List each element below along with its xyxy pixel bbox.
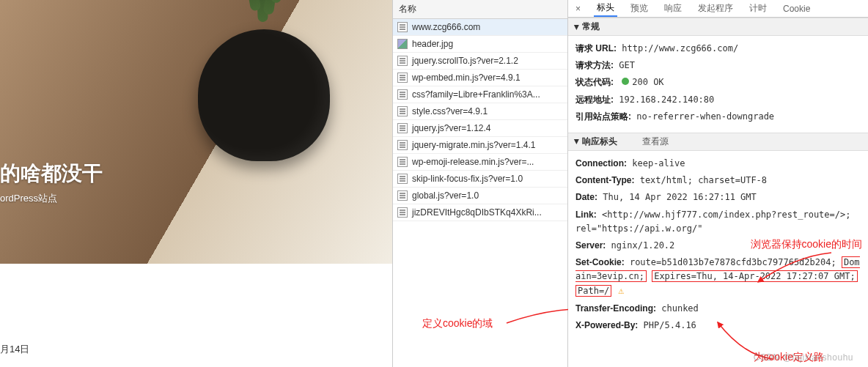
- doc-icon: [397, 174, 408, 184]
- doc-icon: [397, 56, 408, 66]
- name-item[interactable]: jquery.js?ver=1.12.4: [393, 120, 567, 137]
- date-value: Thu, 14 Apr 2022 16:27:11 GMT: [603, 192, 757, 202]
- doc-icon: [397, 157, 408, 167]
- cookie-path-box: Path=/: [575, 285, 611, 297]
- name-item[interactable]: www.zcg666.com: [393, 19, 567, 36]
- name-item-label: skip-link-focus-fix.js?ver=1.0: [412, 174, 523, 184]
- server-label: Server:: [575, 240, 606, 251]
- name-item-label: wp-embed.min.js?ver=4.9.1: [412, 73, 521, 83]
- doc-icon: [397, 106, 408, 116]
- name-item-label: jquery-migrate.min.js?ver=1.4.1: [412, 140, 535, 150]
- general-section-header[interactable]: ▶ 常规: [568, 18, 868, 36]
- view-source-link[interactable]: 查看源: [642, 136, 669, 148]
- doc-icon: [397, 207, 408, 218]
- x-powered-by-label: X-Powered-By:: [575, 320, 638, 330]
- status-code-label: 状态代码:: [575, 77, 614, 87]
- tab-cookies[interactable]: Cookie: [780, 2, 813, 15]
- doc-icon: [397, 123, 408, 133]
- tab-timing[interactable]: 计时: [746, 1, 770, 16]
- server-value: nginx/1.20.2: [611, 240, 675, 251]
- remote-address-value: 192.168.242.140:80: [619, 94, 714, 105]
- name-item-label: css?family=Libre+Franklin%3A...: [412, 89, 540, 100]
- hero-date: 月14日: [0, 343, 29, 356]
- request-url-label: 请求 URL:: [575, 43, 617, 53]
- status-dot-icon: [622, 78, 629, 85]
- name-item[interactable]: skip-link-focus-fix.js?ver=1.0: [393, 171, 567, 188]
- name-item-label: header.jpg: [412, 39, 453, 49]
- referrer-policy-label: 引用站点策略:: [575, 111, 631, 122]
- doc-icon: [397, 140, 408, 150]
- hero-subtitle: ordPress站点: [0, 192, 103, 205]
- name-item[interactable]: jquery.scrollTo.js?ver=2.1.2: [393, 53, 567, 70]
- connection-label: Connection:: [575, 158, 627, 168]
- doc-icon: [397, 89, 408, 100]
- x-powered-by-value: PHP/5.4.16: [644, 320, 696, 330]
- tab-response[interactable]: 响应: [661, 1, 685, 16]
- link-value: <http://www.hjf777.com/index.php?rest_ro…: [575, 210, 850, 234]
- transfer-encoding-label: Transfer-Encoding:: [575, 303, 656, 314]
- annotation-expires: 浏览器保持cookie的时间: [751, 238, 862, 251]
- name-item[interactable]: wp-embed.min.js?ver=4.9.1: [393, 70, 567, 86]
- doc-icon: [397, 22, 408, 32]
- name-item-label: style.css?ver=4.9.1: [412, 106, 488, 116]
- content-type-label: Content-Type:: [575, 175, 634, 185]
- remote-address-label: 远程地址:: [575, 94, 614, 105]
- name-item-label: jquery.js?ver=1.12.4: [412, 123, 491, 133]
- doc-icon: [397, 190, 408, 201]
- referrer-policy-value: no-referrer-when-downgrade: [636, 111, 774, 122]
- transfer-encoding-value: chunked: [661, 303, 699, 314]
- content-type-value: text/html; charset=UTF-8: [640, 175, 767, 185]
- name-item[interactable]: style.css?ver=4.9.1: [393, 103, 567, 120]
- date-label: Date:: [575, 192, 597, 202]
- name-item[interactable]: jquery-migrate.min.js?ver=1.4.1: [393, 137, 567, 154]
- doc-icon: [397, 73, 408, 83]
- name-item[interactable]: jizDREVItHgc8qDIbSTKq4XkRi...: [393, 204, 567, 221]
- hero-title: 的啥都没干: [0, 160, 103, 188]
- tab-preview[interactable]: 预览: [628, 1, 651, 16]
- tab-initiator[interactable]: 发起程序: [695, 1, 736, 16]
- name-item[interactable]: css?family=Libre+Franklin%3A...: [393, 86, 567, 103]
- response-headers-title: 响应标头: [582, 136, 617, 148]
- request-method-value: GET: [619, 60, 635, 70]
- pot-graphic: [198, 29, 330, 161]
- headers-panel: × 标头 预览 响应 发起程序 计时 Cookie ▶ 常规 请求 URL: h…: [568, 0, 868, 367]
- general-section-title: 常规: [582, 21, 600, 33]
- name-column-header[interactable]: 名称: [393, 0, 567, 19]
- connection-value: keep-alive: [632, 158, 685, 168]
- image-icon: [397, 39, 408, 49]
- network-name-list: 名称 www.zcg666.com header.jpg jquery.scro…: [392, 0, 568, 367]
- name-item-label: jizDREVItHgc8qDIbSTKq4XkRi...: [412, 207, 542, 218]
- name-item-label: www.zcg666.com: [412, 22, 480, 32]
- name-item-label: jquery.scrollTo.js?ver=2.1.2: [412, 56, 518, 66]
- name-item[interactable]: header.jpg: [393, 36, 567, 53]
- name-item[interactable]: wp-emoji-release.min.js?ver=...: [393, 154, 567, 171]
- chevron-down-icon: ▶: [573, 24, 581, 29]
- name-item[interactable]: global.js?ver=1.0: [393, 188, 567, 204]
- cookie-expires-box: Expires=Thu, 14-Apr-2022 17:27:07 GMT;: [652, 270, 858, 282]
- name-item-label: wp-emoji-release.min.js?ver=...: [412, 157, 534, 167]
- name-item-label: global.js?ver=1.0: [412, 190, 479, 201]
- watermark: CSDN @fajixianshouhu: [754, 352, 853, 363]
- set-cookie-label: Set-Cookie:: [575, 257, 625, 267]
- detail-tabs: × 标头 预览 响应 发起程序 计时 Cookie: [568, 0, 868, 18]
- general-section: 请求 URL: http://www.zcg666.com/ 请求方法: GET…: [568, 36, 868, 133]
- link-label: Link:: [575, 210, 597, 220]
- hero-background: [0, 0, 392, 264]
- request-url-value: http://www.zcg666.com/: [622, 43, 738, 53]
- response-headers-section-header[interactable]: ▶ 响应标头 查看源: [568, 133, 868, 151]
- chevron-down-icon: ▶: [573, 139, 581, 144]
- page-preview: 的啥都没干 ordPress站点 月14日: [0, 0, 392, 367]
- status-code-value: 200 OK: [632, 77, 663, 87]
- annotation-domain: 定义cookie的域: [422, 317, 493, 330]
- warning-icon: ⚠: [619, 285, 625, 296]
- tab-headers[interactable]: 标头: [594, 0, 617, 17]
- close-tab-button[interactable]: ×: [573, 2, 584, 15]
- request-method-label: 请求方法:: [575, 60, 614, 70]
